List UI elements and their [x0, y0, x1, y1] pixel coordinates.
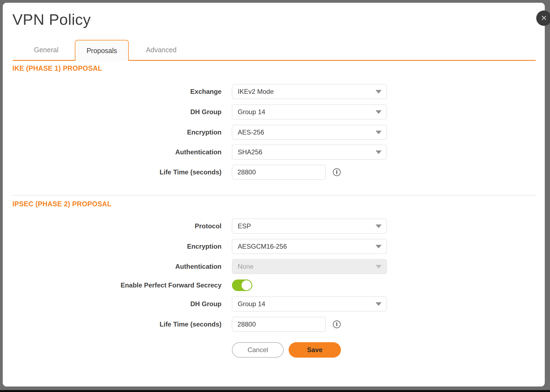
ipsec-phase2-heading: IPSEC (PHASE 2) PROPOSAL — [12, 200, 111, 207]
ipsec-dh-group-row: DH Group Group 14 — [3, 297, 393, 311]
protocol-value: ESP — [238, 222, 251, 230]
exchange-dropdown[interactable]: IKEv2 Mode — [232, 84, 387, 99]
encryption-label: Encryption — [3, 128, 221, 136]
close-icon: ✕ — [541, 14, 547, 23]
authentication-label: Authentication — [3, 148, 221, 156]
ipsec-dh-group-label: DH Group — [3, 300, 221, 308]
tab-advanced[interactable]: Advanced — [141, 40, 182, 60]
protocol-dropdown[interactable]: ESP — [232, 219, 387, 234]
save-button[interactable]: Save — [289, 342, 341, 358]
exchange-value: IKEv2 Mode — [238, 88, 274, 95]
dh-group-dropdown[interactable]: Group 14 — [232, 105, 387, 119]
tab-proposals[interactable]: Proposals — [75, 40, 129, 61]
dh-group-label: DH Group — [3, 108, 221, 116]
encryption-value: AES-256 — [238, 128, 264, 136]
exchange-row: Exchange IKEv2 Mode — [3, 84, 393, 99]
vpn-policy-dialog: VPN Policy ✕ General Proposals Advanced … — [3, 3, 545, 386]
pfs-toggle[interactable] — [232, 279, 252, 291]
protocol-row: Protocol ESP — [3, 219, 393, 234]
ipsec-encryption-row: Encryption AESGCM16-256 — [3, 239, 393, 254]
pfs-row: Enable Perfect Forward Secrecy — [3, 278, 393, 293]
exchange-label: Exchange — [3, 88, 221, 95]
bottom-frame-strip — [0, 390, 550, 392]
ipsec-encryption-value: AESGCM16-256 — [238, 243, 287, 250]
ipsec-life-time-input[interactable] — [232, 317, 326, 332]
cancel-button[interactable]: Cancel — [232, 342, 284, 358]
info-icon[interactable]: i — [333, 168, 341, 176]
ipsec-encryption-dropdown[interactable]: AESGCM16-256 — [232, 239, 387, 254]
ipsec-authentication-value: None — [238, 263, 253, 270]
tab-general[interactable]: General — [26, 40, 67, 60]
section-divider — [12, 195, 535, 196]
encryption-row: Encryption AES-256 — [3, 125, 393, 140]
pfs-label: Enable Perfect Forward Secrecy — [3, 281, 221, 289]
ipsec-dh-group-dropdown[interactable]: Group 14 — [232, 297, 387, 311]
page-title: VPN Policy — [12, 11, 91, 28]
info-icon[interactable]: i — [333, 320, 341, 328]
ipsec-life-time-row: Life Time (seconds) i — [3, 317, 393, 332]
ipsec-authentication-dropdown: None — [232, 259, 387, 274]
life-time-input[interactable] — [232, 165, 326, 180]
ipsec-encryption-label: Encryption — [3, 243, 221, 250]
protocol-label: Protocol — [3, 222, 221, 230]
tab-bar: General Proposals Advanced — [13, 40, 536, 61]
ipsec-dh-group-value: Group 14 — [238, 300, 265, 308]
ipsec-life-time-label: Life Time (seconds) — [3, 320, 221, 328]
authentication-dropdown[interactable]: SHA256 — [232, 145, 387, 160]
ipsec-authentication-label: Authentication — [3, 263, 221, 270]
life-time-row: Life Time (seconds) i — [3, 165, 393, 180]
life-time-label: Life Time (seconds) — [3, 168, 221, 176]
encryption-dropdown[interactable]: AES-256 — [232, 125, 387, 140]
ipsec-authentication-row: Authentication None — [3, 259, 393, 274]
toggle-knob — [242, 280, 251, 290]
authentication-row: Authentication SHA256 — [3, 145, 393, 160]
close-button[interactable]: ✕ — [536, 10, 550, 26]
dh-group-value: Group 14 — [238, 108, 265, 116]
dh-group-row: DH Group Group 14 — [3, 105, 393, 119]
ike-phase1-heading: IKE (PHASE 1) PROPOSAL — [12, 65, 102, 72]
authentication-value: SHA256 — [238, 148, 262, 156]
